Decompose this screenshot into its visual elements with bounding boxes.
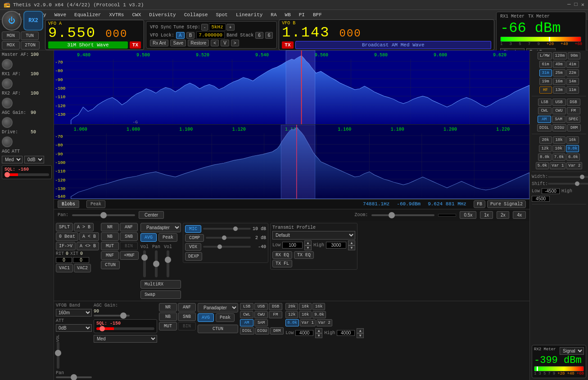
low-rx2-spinner[interactable]: ▲ ▼: [315, 328, 322, 338]
blobs-tab[interactable]: Blobs: [58, 200, 79, 208]
band-stack-2[interactable]: 6: [265, 32, 273, 39]
panadapter-rx2-select[interactable]: Panadapter: [198, 303, 238, 312]
drm-rx2-button[interactable]: DRM: [270, 327, 284, 335]
band-14m[interactable]: 14m: [566, 78, 579, 85]
agc-rx2-slider[interactable]: [94, 315, 130, 317]
digu-button[interactable]: DIGU: [552, 124, 567, 131]
mnf-button[interactable]: MNF: [101, 251, 119, 260]
band-hf[interactable]: HF: [539, 86, 552, 94]
low-rx2-input[interactable]: [295, 330, 313, 336]
xit-input[interactable]: [73, 257, 89, 263]
sam-button[interactable]: SAM: [552, 116, 565, 123]
rit-input[interactable]: [56, 257, 72, 263]
fm-rx2-button[interactable]: FM: [269, 311, 282, 318]
sql-slider[interactable]: [5, 173, 49, 176]
bw-var2[interactable]: Var 2: [566, 162, 582, 169]
nr-button[interactable]: NR: [101, 223, 119, 231]
rx2-signal-select[interactable]: Signal: [560, 347, 584, 355]
lt-button[interactable]: <: [211, 40, 219, 46]
rx-ant-button[interactable]: Rx Ant: [150, 40, 168, 46]
agc-rx2-select[interactable]: Med: [94, 335, 157, 343]
comp-slider[interactable]: [206, 237, 251, 239]
lsb-rx2-button[interactable]: LSB: [240, 303, 253, 310]
mon-button[interactable]: MON: [2, 32, 20, 40]
bw-18k[interactable]: 18k: [553, 136, 565, 144]
att-rx2-select[interactable]: 0dB: [56, 324, 92, 332]
vac1-button[interactable]: VAC1: [56, 264, 73, 272]
2ton-button[interactable]: 2TON: [21, 41, 40, 50]
atob-button[interactable]: A > B: [74, 223, 94, 231]
bw16k-rx2[interactable]: 16k: [312, 303, 325, 310]
power-button[interactable]: ⏻: [2, 11, 22, 31]
tun-button[interactable]: TUN: [21, 32, 39, 40]
high-rx2-spinner[interactable]: ▲ ▼: [357, 328, 364, 338]
bin-button[interactable]: BIN: [120, 242, 138, 250]
rx2-vol-slider[interactable]: [57, 342, 59, 369]
bw-7k[interactable]: 7.0k: [552, 154, 566, 161]
mut-button[interactable]: MUT: [101, 242, 119, 250]
nb-button[interactable]: NB: [101, 232, 119, 241]
bw-10k[interactable]: 10k: [552, 145, 565, 152]
menu-pi[interactable]: PI: [295, 11, 308, 18]
att-select[interactable]: 0dB: [24, 156, 44, 163]
low-down-button[interactable]: ▼: [304, 245, 312, 250]
anf-button[interactable]: ANF: [120, 223, 138, 231]
bw20k-rx2[interactable]: 20k: [285, 303, 298, 310]
bw-20k[interactable]: 20k: [539, 136, 552, 144]
vfo-b-band-name[interactable]: Broadcast AM Med Wave: [295, 41, 491, 49]
menu-xvtrs[interactable]: XVTRs: [105, 11, 127, 18]
tx-fl-button[interactable]: TX FL: [272, 260, 292, 267]
snb-rx2-button[interactable]: SNB: [178, 312, 196, 321]
high-input[interactable]: [326, 242, 346, 249]
swap-button[interactable]: Swap: [140, 290, 181, 299]
shift-slider[interactable]: [548, 183, 588, 185]
dsb-button[interactable]: DSB: [567, 99, 580, 106]
avg-rx2-button[interactable]: AVG: [198, 313, 214, 322]
vfo-lock-a-button[interactable]: A: [176, 32, 185, 39]
mic-button[interactable]: MIC: [185, 225, 201, 233]
bw-8k[interactable]: 8.0k: [538, 154, 552, 161]
sql-rx2-slider[interactable]: [96, 327, 154, 330]
band-90m[interactable]: 90m: [568, 52, 580, 59]
cwl-rx2-button[interactable]: CWL: [240, 311, 253, 318]
restore-button[interactable]: Restore: [188, 40, 209, 46]
minimize-button[interactable]: —: [567, 1, 570, 8]
rx2-pan-slider[interactable]: [56, 376, 92, 378]
peak-rx2-button[interactable]: Peak: [216, 313, 235, 322]
band-22m[interactable]: 22m: [566, 69, 579, 77]
drive-knob[interactable]: [2, 136, 13, 147]
menu-diversity[interactable]: Diversity: [145, 11, 179, 18]
fm-button[interactable]: FM: [567, 107, 580, 114]
mut-rx2-button[interactable]: MUT: [159, 322, 177, 330]
bw-16k[interactable]: 16k: [566, 136, 579, 144]
dexp-button[interactable]: DEXP: [185, 252, 202, 261]
mox-button[interactable]: MOX: [2, 41, 20, 50]
vfo-a-khz[interactable]: 000: [105, 28, 127, 40]
band-11m[interactable]: 11m: [566, 86, 579, 94]
peak-button[interactable]: Peak: [158, 233, 177, 242]
tune-plus-button[interactable]: +: [226, 24, 235, 31]
menu-spot[interactable]: Spot: [213, 11, 231, 18]
lsb-button[interactable]: LSB: [538, 99, 552, 106]
spec-button[interactable]: SPEC: [566, 116, 581, 123]
cwl-button[interactable]: CWL: [538, 107, 552, 114]
v-button[interactable]: V: [221, 40, 229, 46]
low-rx2-up[interactable]: ▲: [315, 328, 322, 333]
btoa-button[interactable]: A < B: [79, 232, 99, 241]
bw18k-rx2[interactable]: 18k: [299, 303, 312, 310]
usb-rx2-button[interactable]: USB: [254, 303, 268, 310]
vfob-band-select[interactable]: 160m: [56, 309, 92, 317]
menu-equalizer[interactable]: Equalizer: [71, 11, 104, 18]
ifv-button[interactable]: IF->V: [56, 242, 76, 250]
high-rx2-down[interactable]: ▼: [357, 333, 364, 338]
avg-button[interactable]: AVG: [140, 233, 157, 242]
ctun-rx2-button[interactable]: CTUN: [198, 325, 238, 333]
multirx-button[interactable]: MultiRX: [140, 280, 181, 289]
anf-rx2-button[interactable]: ANF: [178, 303, 196, 312]
dsb-rx2-button[interactable]: DSB: [269, 303, 282, 310]
digl-rx2-button[interactable]: DIGL: [240, 327, 254, 335]
nr-rx2-button[interactable]: NR: [159, 303, 177, 312]
zoom-1-button[interactable]: 1x: [480, 211, 493, 219]
drm-button[interactable]: DRM: [567, 124, 581, 131]
am-rx2-button[interactable]: AM: [240, 319, 253, 326]
